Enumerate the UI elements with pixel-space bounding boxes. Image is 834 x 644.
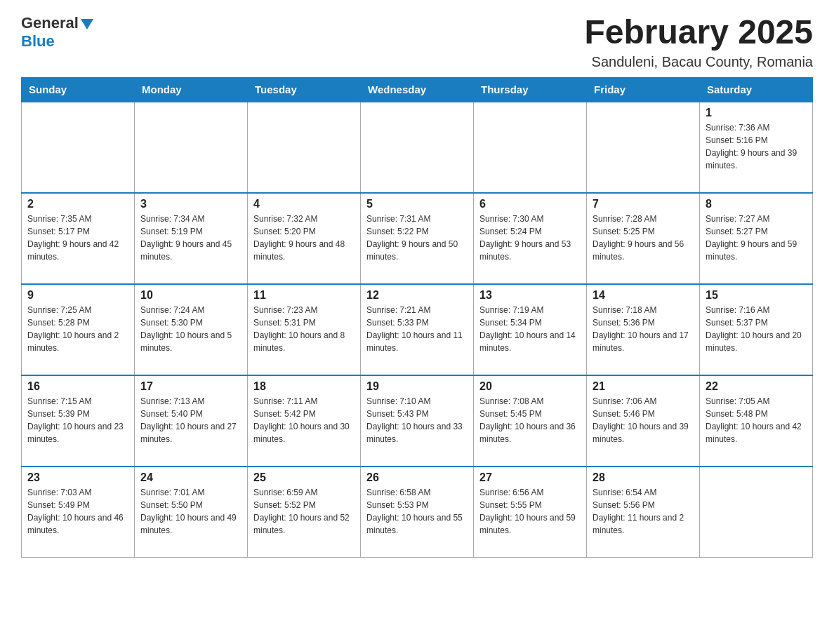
week-row-3: 9Sunrise: 7:25 AMSunset: 5:28 PMDaylight… [22,284,813,375]
day-info: Sunrise: 7:21 AMSunset: 5:33 PMDaylight:… [366,304,468,354]
day-info: Sunrise: 6:56 AMSunset: 5:55 PMDaylight:… [479,486,581,537]
day-info: Sunrise: 7:32 AMSunset: 5:20 PMDaylight:… [253,213,355,263]
day-number: 24 [140,471,241,484]
header-thursday: Thursday [474,77,587,102]
day-info: Sunrise: 6:54 AMSunset: 5:56 PMDaylight:… [593,486,694,537]
logo: General Blue [21,14,93,51]
page-header: General Blue February 2025 Sanduleni, Ba… [21,14,813,70]
day-info: Sunrise: 7:35 AMSunset: 5:17 PMDaylight:… [27,213,128,263]
calendar-cell: 14Sunrise: 7:18 AMSunset: 5:36 PMDayligh… [587,284,700,375]
day-number: 9 [27,289,128,302]
day-info: Sunrise: 7:28 AMSunset: 5:25 PMDaylight:… [593,213,694,263]
calendar-cell: 25Sunrise: 6:59 AMSunset: 5:52 PMDayligh… [248,467,361,558]
day-number: 27 [479,471,581,484]
logo-blue-text: Blue [21,32,55,50]
logo-general-text: General [21,14,79,32]
day-number: 12 [366,289,468,302]
month-title: February 2025 [584,14,813,51]
location-title: Sanduleni, Bacau County, Romania [584,54,813,70]
day-number: 13 [479,289,581,302]
calendar-cell: 22Sunrise: 7:05 AMSunset: 5:48 PMDayligh… [700,375,813,467]
week-row-2: 2Sunrise: 7:35 AMSunset: 5:17 PMDaylight… [22,193,813,284]
day-number: 8 [706,198,807,210]
day-number: 10 [140,289,241,302]
calendar-cell [587,102,700,193]
calendar-cell: 26Sunrise: 6:58 AMSunset: 5:53 PMDayligh… [361,467,474,558]
calendar-cell: 8Sunrise: 7:27 AMSunset: 5:27 PMDaylight… [700,193,813,284]
header-saturday: Saturday [700,77,813,102]
header-tuesday: Tuesday [248,77,361,102]
day-info: Sunrise: 7:23 AMSunset: 5:31 PMDaylight:… [253,304,355,354]
day-number: 21 [593,380,694,393]
title-section: February 2025 Sanduleni, Bacau County, R… [584,14,813,70]
day-info: Sunrise: 7:25 AMSunset: 5:28 PMDaylight:… [27,304,128,354]
day-number: 16 [27,380,128,393]
day-info: Sunrise: 6:58 AMSunset: 5:53 PMDaylight:… [366,486,468,537]
week-row-5: 23Sunrise: 7:03 AMSunset: 5:49 PMDayligh… [22,467,813,558]
calendar-cell: 5Sunrise: 7:31 AMSunset: 5:22 PMDaylight… [361,193,474,284]
calendar-cell: 19Sunrise: 7:10 AMSunset: 5:43 PMDayligh… [361,375,474,467]
calendar-cell: 21Sunrise: 7:06 AMSunset: 5:46 PMDayligh… [587,375,700,467]
day-number: 18 [253,380,355,393]
calendar-cell: 2Sunrise: 7:35 AMSunset: 5:17 PMDaylight… [22,193,135,284]
day-number: 4 [253,198,355,210]
day-info: Sunrise: 7:24 AMSunset: 5:30 PMDaylight:… [140,304,241,354]
day-info: Sunrise: 7:16 AMSunset: 5:37 PMDaylight:… [706,304,807,354]
logo-triangle-icon [81,19,93,29]
calendar-cell: 12Sunrise: 7:21 AMSunset: 5:33 PMDayligh… [361,284,474,375]
day-info: Sunrise: 7:19 AMSunset: 5:34 PMDaylight:… [479,304,581,354]
day-info: Sunrise: 7:15 AMSunset: 5:39 PMDaylight:… [27,395,128,445]
day-info: Sunrise: 7:03 AMSunset: 5:49 PMDaylight:… [27,486,128,537]
day-number: 22 [706,380,807,393]
day-number: 3 [140,198,241,210]
week-row-4: 16Sunrise: 7:15 AMSunset: 5:39 PMDayligh… [22,375,813,467]
day-info: Sunrise: 7:34 AMSunset: 5:19 PMDaylight:… [140,213,241,263]
day-number: 17 [140,380,241,393]
day-info: Sunrise: 7:27 AMSunset: 5:27 PMDaylight:… [706,213,807,263]
day-info: Sunrise: 7:11 AMSunset: 5:42 PMDaylight:… [253,395,355,445]
calendar-cell: 7Sunrise: 7:28 AMSunset: 5:25 PMDaylight… [587,193,700,284]
calendar-cell: 11Sunrise: 7:23 AMSunset: 5:31 PMDayligh… [248,284,361,375]
calendar-cell [700,467,813,558]
day-number: 7 [593,198,694,210]
calendar-cell [474,102,587,193]
calendar-cell: 3Sunrise: 7:34 AMSunset: 5:19 PMDaylight… [135,193,248,284]
calendar-cell [361,102,474,193]
day-info: Sunrise: 7:01 AMSunset: 5:50 PMDaylight:… [140,486,241,537]
day-info: Sunrise: 7:31 AMSunset: 5:22 PMDaylight:… [366,213,468,263]
calendar-header-row: SundayMondayTuesdayWednesdayThursdayFrid… [22,77,813,102]
calendar-cell: 15Sunrise: 7:16 AMSunset: 5:37 PMDayligh… [700,284,813,375]
calendar-cell: 24Sunrise: 7:01 AMSunset: 5:50 PMDayligh… [135,467,248,558]
calendar-cell: 4Sunrise: 7:32 AMSunset: 5:20 PMDaylight… [248,193,361,284]
calendar-cell: 27Sunrise: 6:56 AMSunset: 5:55 PMDayligh… [474,467,587,558]
calendar-cell: 20Sunrise: 7:08 AMSunset: 5:45 PMDayligh… [474,375,587,467]
header-sunday: Sunday [22,77,135,102]
day-number: 25 [253,471,355,484]
day-number: 14 [593,289,694,302]
calendar-cell: 23Sunrise: 7:03 AMSunset: 5:49 PMDayligh… [22,467,135,558]
calendar-cell: 17Sunrise: 7:13 AMSunset: 5:40 PMDayligh… [135,375,248,467]
calendar-cell: 28Sunrise: 6:54 AMSunset: 5:56 PMDayligh… [587,467,700,558]
day-number: 15 [706,289,807,302]
day-info: Sunrise: 7:10 AMSunset: 5:43 PMDaylight:… [366,395,468,445]
day-number: 23 [27,471,128,484]
day-number: 5 [366,198,468,210]
week-row-1: 1Sunrise: 7:36 AMSunset: 5:16 PMDaylight… [22,102,813,193]
day-number: 6 [479,198,581,210]
day-number: 1 [706,107,807,119]
calendar-table: SundayMondayTuesdayWednesdayThursdayFrid… [21,77,813,558]
calendar-cell: 16Sunrise: 7:15 AMSunset: 5:39 PMDayligh… [22,375,135,467]
calendar-cell: 13Sunrise: 7:19 AMSunset: 5:34 PMDayligh… [474,284,587,375]
day-info: Sunrise: 7:06 AMSunset: 5:46 PMDaylight:… [593,395,694,445]
day-number: 26 [366,471,468,484]
day-number: 19 [366,380,468,393]
day-info: Sunrise: 7:30 AMSunset: 5:24 PMDaylight:… [479,213,581,263]
header-monday: Monday [135,77,248,102]
day-info: Sunrise: 7:18 AMSunset: 5:36 PMDaylight:… [593,304,694,354]
calendar-cell: 6Sunrise: 7:30 AMSunset: 5:24 PMDaylight… [474,193,587,284]
day-number: 20 [479,380,581,393]
day-info: Sunrise: 7:36 AMSunset: 5:16 PMDaylight:… [706,121,807,172]
calendar-cell [248,102,361,193]
calendar-cell [135,102,248,193]
day-info: Sunrise: 7:08 AMSunset: 5:45 PMDaylight:… [479,395,581,445]
